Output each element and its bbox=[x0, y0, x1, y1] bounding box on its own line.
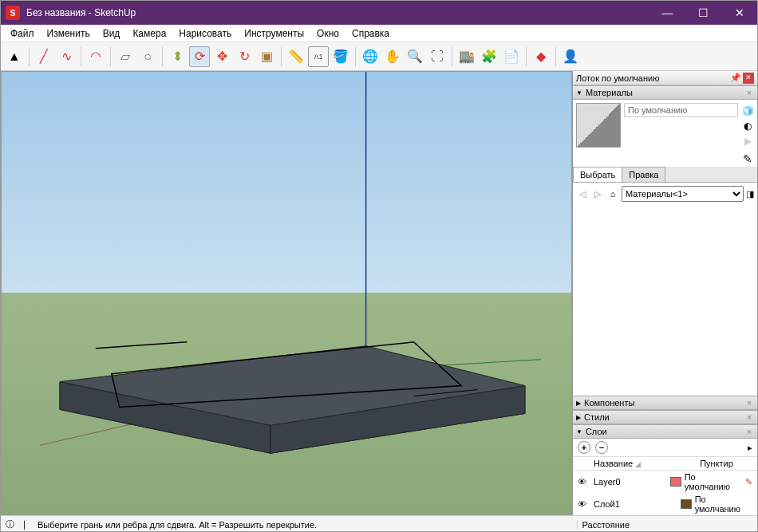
separator bbox=[526, 47, 527, 66]
separator bbox=[355, 47, 356, 66]
styles-panel-header[interactable]: ▶ Стили × bbox=[573, 410, 757, 424]
layers-col-name[interactable]: Название ◢ bbox=[594, 459, 681, 468]
expand-icon: ▶ bbox=[576, 414, 581, 421]
paint-tool-icon[interactable]: 🪣 bbox=[330, 46, 351, 67]
tab-edit[interactable]: Правка bbox=[622, 167, 665, 182]
material-name-field[interactable]: По умолчанию bbox=[624, 103, 738, 117]
extension-icon[interactable]: 🧩 bbox=[479, 46, 499, 67]
separator bbox=[452, 47, 452, 66]
styles-panel-title: Стили bbox=[584, 412, 610, 422]
remove-layer-button[interactable]: − bbox=[595, 441, 608, 454]
svg-line-7 bbox=[96, 342, 188, 349]
eyedropper-icon[interactable]: ✎ bbox=[743, 152, 752, 165]
warehouse-icon[interactable]: 🏬 bbox=[456, 46, 477, 67]
arc-tool-icon[interactable]: ◠ bbox=[85, 46, 106, 67]
layer-color-swatch[interactable] bbox=[681, 499, 692, 509]
materials-panel-title: Материалы bbox=[586, 88, 633, 97]
orbit-tool-icon[interactable]: 🌐 bbox=[360, 46, 381, 67]
maximize-button[interactable]: ☐ bbox=[685, 1, 721, 25]
layer-menu-icon[interactable]: ▸ bbox=[748, 443, 752, 453]
close-panel-icon[interactable]: × bbox=[744, 412, 754, 422]
tab-select[interactable]: Выбрать bbox=[573, 167, 622, 182]
materials-panel-header[interactable]: ▼ Материалы × bbox=[573, 85, 757, 100]
layers-panel-header[interactable]: ▼ Слои × bbox=[573, 424, 757, 439]
scale-tool-icon[interactable]: ▣ bbox=[256, 46, 277, 67]
user-icon[interactable]: 👤 bbox=[560, 46, 581, 67]
materials-library-select[interactable]: Материалы<1> bbox=[622, 186, 744, 202]
layers-col-dashes[interactable]: Пунктир bbox=[681, 459, 752, 468]
visibility-icon[interactable]: 👁 bbox=[578, 477, 594, 487]
arrow-icon[interactable]: ▶ bbox=[741, 135, 754, 148]
menu-camera[interactable]: Камера bbox=[126, 26, 172, 41]
close-panel-icon[interactable]: × bbox=[744, 398, 754, 408]
distance-label: Расстояние bbox=[577, 520, 634, 530]
nav-back-icon[interactable]: ◁ bbox=[576, 189, 589, 199]
layers-panel-title: Слои bbox=[586, 427, 607, 436]
layers-body: + − ▸ Название ◢ Пунктир 👁 Layer0 По умо… bbox=[573, 439, 757, 515]
menu-draw[interactable]: Нарисовать bbox=[172, 26, 238, 41]
tray-title: Лоток по умолчанию bbox=[576, 73, 659, 83]
freehand-tool-icon[interactable]: ∿ bbox=[56, 46, 77, 67]
status-hint: Выберите грань или ребра для сдвига. Alt… bbox=[34, 520, 570, 530]
menu-view[interactable]: Вид bbox=[97, 26, 127, 41]
separator bbox=[29, 47, 30, 66]
components-panel-title: Компоненты bbox=[584, 398, 634, 408]
details-icon[interactable]: ◨ bbox=[746, 189, 754, 199]
info-icon[interactable]: ⓘ bbox=[6, 518, 14, 530]
menu-window[interactable]: Окно bbox=[310, 26, 345, 41]
layer-row[interactable]: 👁 Layer0 По умолчанию ✎ bbox=[573, 471, 757, 493]
tape-tool-icon[interactable]: 📏 bbox=[286, 46, 306, 67]
move-tool-icon[interactable]: ✥ bbox=[211, 46, 232, 67]
minimize-button[interactable]: — bbox=[649, 1, 685, 25]
menu-help[interactable]: Справка bbox=[345, 26, 396, 41]
layer-name[interactable]: Слой1 bbox=[594, 499, 681, 509]
pan-tool-icon[interactable]: ✋ bbox=[382, 46, 403, 67]
main-area: Лоток по умолчанию 📌 ✕ ▼ Материалы × По … bbox=[1, 71, 757, 515]
line-tool-icon[interactable]: ╱ bbox=[34, 46, 54, 67]
zoom-tool-icon[interactable]: 🔍 bbox=[405, 46, 425, 67]
menu-bar: Файл Изменить Вид Камера Нарисовать Инст… bbox=[1, 25, 757, 42]
nav-home-icon[interactable]: ⌂ bbox=[606, 189, 619, 199]
zoom-extents-icon[interactable]: ⛶ bbox=[427, 46, 448, 67]
material-preview[interactable] bbox=[576, 103, 621, 148]
menu-file[interactable]: Файл bbox=[4, 26, 41, 41]
separator bbox=[81, 47, 81, 66]
pin-icon[interactable]: 📌 bbox=[730, 73, 741, 83]
close-panel-icon[interactable]: × bbox=[744, 427, 754, 436]
add-layer-button[interactable]: + bbox=[578, 441, 590, 454]
close-panel-icon[interactable]: × bbox=[744, 88, 754, 97]
pencil-icon[interactable]: ✎ bbox=[745, 477, 752, 487]
title-bar: S Без названия - SketchUp — ☐ ✕ bbox=[1, 1, 757, 25]
create-material-icon[interactable]: 🧊 bbox=[741, 104, 754, 117]
menu-tools[interactable]: Инструменты bbox=[238, 26, 310, 41]
close-button[interactable]: ✕ bbox=[721, 1, 757, 25]
layer-dash[interactable]: По умолчанию bbox=[685, 472, 742, 491]
layout-icon[interactable]: 📄 bbox=[501, 46, 522, 67]
rectangle-tool-icon[interactable]: ▱ bbox=[115, 46, 136, 67]
layer-row[interactable]: 👁 Слой1 По умолчанию bbox=[573, 493, 757, 515]
text-tool-icon[interactable]: A1 bbox=[308, 46, 329, 67]
separator bbox=[110, 47, 111, 66]
collapse-icon: ▼ bbox=[576, 89, 582, 97]
3d-viewport[interactable] bbox=[1, 71, 572, 515]
layer-dash[interactable]: По умолчанию bbox=[695, 495, 752, 514]
menu-edit[interactable]: Изменить bbox=[41, 26, 97, 41]
rotate-tool-icon[interactable]: ↻ bbox=[234, 46, 255, 67]
visibility-icon[interactable]: 👁 bbox=[578, 499, 594, 509]
help-icon[interactable]: ❘ bbox=[21, 519, 28, 530]
layer-name[interactable]: Layer0 bbox=[594, 477, 670, 487]
materials-list[interactable] bbox=[573, 205, 757, 396]
separator bbox=[555, 47, 556, 66]
select-tool-icon[interactable]: ▲ bbox=[4, 46, 25, 67]
extension-warehouse-icon[interactable]: ◆ bbox=[531, 46, 551, 67]
pushpull-tool-icon[interactable]: ⬍ bbox=[167, 46, 188, 67]
app-icon: S bbox=[6, 6, 20, 20]
circle-tool-icon[interactable]: ○ bbox=[137, 46, 158, 67]
close-tray-icon[interactable]: ✕ bbox=[743, 73, 754, 84]
materials-tabs: Выбрать Правка bbox=[573, 167, 757, 183]
offset-tool-icon[interactable]: ⟳ bbox=[189, 46, 210, 67]
default-material-icon[interactable]: ◐ bbox=[741, 120, 754, 132]
layer-color-swatch[interactable] bbox=[670, 477, 681, 487]
components-panel-header[interactable]: ▶ Компоненты × bbox=[573, 396, 757, 410]
nav-forward-icon[interactable]: ▷ bbox=[591, 189, 604, 199]
